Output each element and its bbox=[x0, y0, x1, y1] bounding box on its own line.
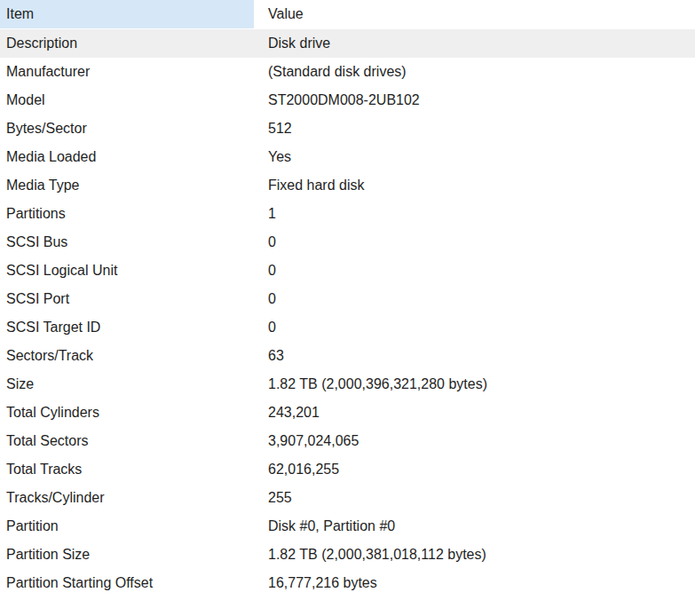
item-cell: Partition Size bbox=[0, 541, 254, 569]
value-cell: 1.82 TB (2,000,381,018,112 bytes) bbox=[254, 541, 695, 569]
item-cell: Partition Starting Offset bbox=[0, 569, 254, 597]
table-row[interactable]: Sectors/Track 63 bbox=[0, 342, 695, 370]
table-row[interactable]: Partition Starting Offset 16,777,216 byt… bbox=[0, 569, 695, 597]
item-cell: Partition bbox=[0, 512, 254, 541]
value-cell: 0 bbox=[254, 313, 695, 342]
table-row[interactable]: Model ST2000DM008-2UB102 bbox=[0, 86, 695, 115]
table-row[interactable]: Partition Disk #0, Partition #0 bbox=[0, 512, 695, 541]
item-cell: Tracks/Cylinder bbox=[0, 484, 254, 512]
item-cell: Partitions bbox=[0, 200, 254, 228]
table-row[interactable]: Media Loaded Yes bbox=[0, 143, 695, 171]
value-cell: Fixed hard disk bbox=[254, 171, 695, 200]
disk-drive-properties-table: Item Value Description Disk drive Manufa… bbox=[0, 0, 695, 597]
value-cell: 63 bbox=[254, 342, 695, 370]
table-row[interactable]: Description Disk drive bbox=[0, 29, 695, 58]
value-cell: 0 bbox=[254, 228, 695, 257]
item-cell: Media Type bbox=[0, 171, 254, 200]
item-cell: Sectors/Track bbox=[0, 342, 254, 370]
item-cell: SCSI Port bbox=[0, 285, 254, 313]
value-cell: 1 bbox=[254, 200, 695, 228]
value-cell: Yes bbox=[254, 143, 695, 171]
item-cell: SCSI Logical Unit bbox=[0, 257, 254, 285]
value-cell: Disk drive bbox=[254, 29, 695, 58]
table-row[interactable]: Total Sectors 3,907,024,065 bbox=[0, 427, 695, 455]
item-cell: Total Sectors bbox=[0, 427, 254, 455]
item-cell: Total Cylinders bbox=[0, 399, 254, 427]
table-row[interactable]: Partition Size 1.82 TB (2,000,381,018,11… bbox=[0, 541, 695, 569]
item-cell: Manufacturer bbox=[0, 58, 254, 86]
value-cell: 3,907,024,065 bbox=[254, 427, 695, 455]
item-cell: SCSI Bus bbox=[0, 228, 254, 257]
table-row[interactable]: SCSI Bus 0 bbox=[0, 228, 695, 257]
column-header-value[interactable]: Value bbox=[254, 0, 695, 28]
value-cell: ST2000DM008-2UB102 bbox=[254, 86, 695, 115]
value-cell: 0 bbox=[254, 257, 695, 285]
value-cell: 16,777,216 bytes bbox=[254, 569, 695, 597]
table-body: Description Disk drive Manufacturer (Sta… bbox=[0, 29, 695, 597]
table-row[interactable]: Total Cylinders 243,201 bbox=[0, 399, 695, 427]
table-row[interactable]: SCSI Target ID 0 bbox=[0, 313, 695, 342]
item-cell: Media Loaded bbox=[0, 143, 254, 171]
item-cell: Size bbox=[0, 370, 254, 399]
item-cell: Model bbox=[0, 86, 254, 115]
value-cell: 512 bbox=[254, 115, 695, 143]
table-row[interactable]: SCSI Port 0 bbox=[0, 285, 695, 313]
table-row[interactable]: Tracks/Cylinder 255 bbox=[0, 484, 695, 512]
value-cell: 255 bbox=[254, 484, 695, 512]
item-cell: Bytes/Sector bbox=[0, 115, 254, 143]
value-cell: 243,201 bbox=[254, 399, 695, 427]
item-cell: Total Tracks bbox=[0, 455, 254, 484]
table-header-row: Item Value bbox=[0, 0, 695, 28]
value-cell: 62,016,255 bbox=[254, 455, 695, 484]
value-cell: 0 bbox=[254, 285, 695, 313]
value-cell: (Standard disk drives) bbox=[254, 58, 695, 86]
table-row[interactable]: SCSI Logical Unit 0 bbox=[0, 257, 695, 285]
table-row[interactable]: Bytes/Sector 512 bbox=[0, 115, 695, 143]
value-cell: Disk #0, Partition #0 bbox=[254, 512, 695, 541]
table-row[interactable]: Total Tracks 62,016,255 bbox=[0, 455, 695, 484]
item-cell: SCSI Target ID bbox=[0, 313, 254, 342]
item-cell: Description bbox=[0, 29, 254, 58]
table-row[interactable]: Partitions 1 bbox=[0, 200, 695, 228]
value-cell: 1.82 TB (2,000,396,321,280 bytes) bbox=[254, 370, 695, 399]
table-row[interactable]: Size 1.82 TB (2,000,396,321,280 bytes) bbox=[0, 370, 695, 399]
table-row[interactable]: Manufacturer (Standard disk drives) bbox=[0, 58, 695, 86]
table-row[interactable]: Media Type Fixed hard disk bbox=[0, 171, 695, 200]
column-header-item[interactable]: Item bbox=[0, 0, 254, 28]
